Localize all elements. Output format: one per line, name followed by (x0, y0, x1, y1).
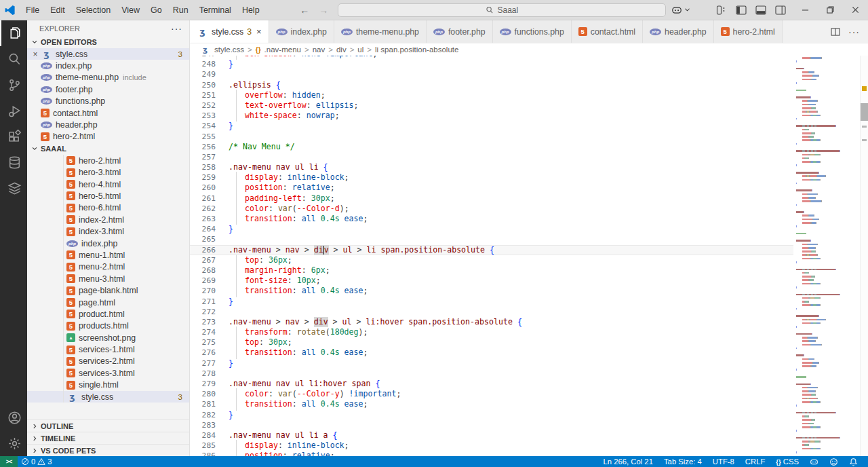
command-center-search[interactable]: Saaal (338, 3, 666, 17)
open-editor-item[interactable]: ×phpfooter.php (27, 83, 189, 95)
code-line[interactable]: 249 (190, 69, 793, 79)
status-language-mode[interactable]: {}CSS (772, 457, 802, 466)
tree-item[interactable]: 5product.html (27, 308, 189, 320)
breadcrumb-item[interactable]: ul (357, 45, 363, 54)
code-line[interactable]: 268margin-right: 6px; (190, 265, 793, 276)
remote-indicator[interactable]: >< (0, 456, 18, 467)
menu-view[interactable]: View (116, 0, 145, 20)
code-line[interactable]: 273.nav-menu > nav > div > ul > li:hover… (190, 317, 793, 327)
breadcrumb-item[interactable]: style.css (214, 45, 244, 54)
activitybar-database-icon[interactable] (0, 149, 27, 175)
code-line[interactable]: 255 (190, 132, 793, 142)
section-outline[interactable]: OUTLINE (27, 419, 189, 432)
tab-close-icon[interactable]: × (256, 26, 262, 37)
tree-item[interactable]: ▴screenshot.png (27, 332, 189, 343)
code-line[interactable]: 285display: inline-block; (190, 441, 793, 451)
tree-item[interactable]: 5hero-4.html (27, 179, 189, 190)
section-timeline[interactable]: TIMELINE (27, 432, 189, 444)
code-line[interactable]: 260position: relative; (190, 183, 793, 193)
tree-item[interactable]: 5hero-6.html (27, 202, 189, 214)
code-line[interactable]: 276transition: all 0.4s ease; (190, 348, 793, 358)
activitybar-run-debug-icon[interactable] (0, 98, 27, 124)
breadcrumb-item[interactable]: nav (313, 45, 326, 54)
explorer-actions-icon[interactable]: ··· (171, 23, 182, 34)
tab-style.css[interactable]: ʒstyle.css3× (190, 20, 269, 43)
code-line[interactable]: 271} (190, 297, 793, 307)
code-line[interactable]: 284.nav-menu nav ul li a { (190, 430, 793, 441)
code-line[interactable]: 258.nav-menu nav ul li { (190, 162, 793, 172)
tree-item[interactable]: 5index-2.html (27, 214, 189, 225)
tree-item[interactable]: phpindex.php (27, 238, 189, 249)
tree-item[interactable]: 5menu-1.html (27, 249, 189, 261)
menu-help[interactable]: Help (237, 0, 265, 20)
tree-item[interactable]: 5services-1.html (27, 343, 189, 355)
tree-item[interactable]: 5hero-2.html (27, 155, 189, 166)
open-editor-item[interactable]: ×5hero-2.html (27, 131, 189, 143)
status-bell-icon[interactable] (846, 457, 861, 466)
code-line[interactable]: 254} (190, 121, 793, 131)
open-editors-header[interactable]: OPEN EDITORS (27, 36, 189, 48)
status-encoding[interactable]: UTF-8 (709, 457, 738, 466)
tree-item[interactable]: 5menu-2.html (27, 261, 189, 273)
problems-status[interactable]: 0 3 (18, 457, 56, 466)
project-header[interactable]: SAAAL (27, 143, 189, 155)
tree-item[interactable]: 5page-blank.html (27, 284, 189, 296)
activitybar-settings-gear-icon[interactable] (0, 430, 27, 456)
tree-item[interactable]: 5index-3.html (27, 225, 189, 237)
code-line[interactable]: 256/* Nav Menu */ (190, 142, 793, 152)
activitybar-source-control-icon[interactable] (0, 72, 27, 98)
code-line[interactable]: 270transition: all 0.4s ease; (190, 286, 793, 296)
customize-layout-icon[interactable] (716, 5, 727, 15)
copilot-menu[interactable] (671, 5, 690, 16)
tree-item[interactable]: 5menu-3.html (27, 273, 189, 284)
code-line[interactable]: 275top: 30px; (190, 337, 793, 348)
menu-terminal[interactable]: Terminal (194, 0, 237, 20)
restore-icon[interactable] (818, 0, 843, 20)
breadcrumb-item[interactable]: div (336, 45, 347, 54)
code-line[interactable]: 262color: var(--Color-d); (190, 204, 793, 214)
code-line[interactable]: 280color: var(--Color-y) !important; (190, 389, 793, 399)
code-line[interactable]: 272 (190, 307, 793, 317)
tab-contact.html[interactable]: 5contact.html (572, 20, 643, 43)
tree-item[interactable]: 5page.html (27, 297, 189, 308)
code-line[interactable]: 250.ellipsis { (190, 80, 793, 90)
status-eol[interactable]: CRLF (742, 457, 769, 466)
back-icon[interactable]: ← (300, 5, 309, 16)
code-line[interactable]: 278 (190, 369, 793, 379)
tab-header.php[interactable]: phpheader.php (643, 20, 714, 43)
code-line[interactable]: 252text-overflow: ellipsis; (190, 100, 793, 111)
tree-item[interactable]: 5hero-5.html (27, 190, 189, 202)
menu-edit[interactable]: Edit (45, 0, 71, 20)
open-editor-item[interactable]: ×ʒstyle.css3 (27, 48, 189, 60)
tab-hero-2.html[interactable]: 5hero-2.html (714, 20, 783, 43)
code-line[interactable]: 281transition: all 0.4s ease; (190, 399, 793, 409)
breadcrumb-item[interactable]: .nav-menu (264, 45, 301, 54)
open-editor-item[interactable]: ×phpfunctions.php (27, 96, 189, 107)
close-icon[interactable]: × (30, 50, 41, 59)
toggle-primary-sidebar-icon[interactable] (736, 5, 747, 15)
menu-selection[interactable]: Selection (71, 0, 116, 20)
code-editor[interactable]: 247box-shadow: none !important;248}24925… (190, 56, 868, 456)
code-line[interactable]: 286position: relative; (190, 451, 793, 456)
minimize-icon[interactable] (793, 0, 818, 20)
code-line[interactable]: 277} (190, 358, 793, 369)
menu-go[interactable]: Go (145, 0, 167, 20)
code-line[interactable]: 264} (190, 224, 793, 234)
menu-file[interactable]: File (20, 0, 45, 20)
breadcrumb-item[interactable]: li span.position-absolute (375, 45, 458, 54)
toggle-secondary-sidebar-icon[interactable] (775, 5, 786, 15)
code-line[interactable]: 267top: 36px; (190, 255, 793, 265)
open-editor-item[interactable]: ×phpindex.php (27, 60, 189, 71)
tab-index.php[interactable]: phpindex.php (269, 20, 334, 43)
tab-footer.php[interactable]: phpfooter.php (427, 20, 493, 43)
tree-item[interactable]: 5single.html (27, 379, 189, 391)
code-line[interactable]: 253white-space: nowrap; (190, 111, 793, 121)
tree-item[interactable]: 5services-3.html (27, 367, 189, 379)
code-line[interactable]: 259display: inline-block; (190, 172, 793, 183)
status-cursor-position[interactable]: Ln 266, Col 21 (599, 457, 656, 466)
close-icon[interactable] (843, 0, 868, 20)
more-actions-icon[interactable]: ··· (848, 26, 860, 37)
activitybar-search-icon[interactable] (0, 46, 27, 72)
breadcrumb[interactable]: ʒstyle.css>{}.nav-menu>nav>div>ul>li spa… (190, 43, 868, 56)
open-editor-item[interactable]: ×5contact.html (27, 107, 189, 119)
